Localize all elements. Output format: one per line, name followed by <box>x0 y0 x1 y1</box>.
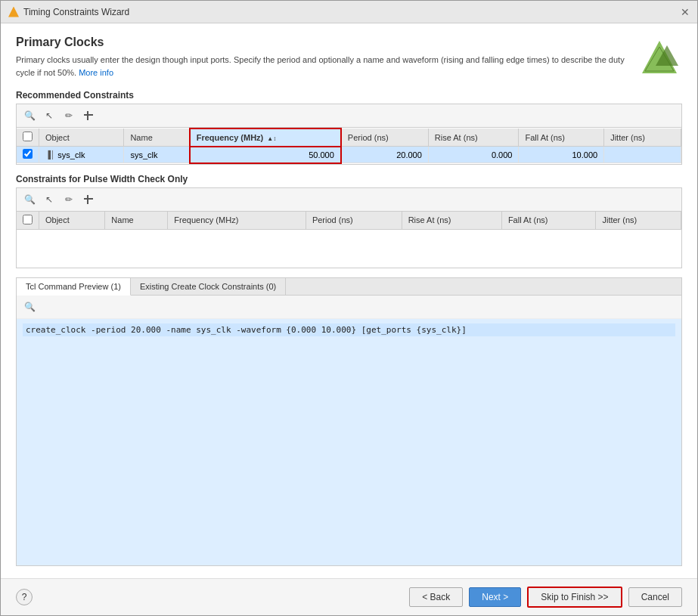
row-name: sys_clk <box>124 147 190 163</box>
cursor-button-pulse[interactable]: ↖ <box>41 191 57 208</box>
tcl-section: Tcl Command Preview (1) Existing Create … <box>16 277 682 567</box>
row-rise: 0.000 <box>428 147 519 163</box>
back-button[interactable]: < Back <box>409 587 463 607</box>
select-all-pulse[interactable] <box>23 215 33 224</box>
recommended-toolbar: 🔍 ↖ ✏ <box>17 104 681 128</box>
add-button-rec[interactable] <box>80 107 97 124</box>
col-jitter-pulse: Jitter (ns) <box>596 212 681 230</box>
footer-bar: ? < Back Next > Skip to Finish >> Cancel <box>1 578 697 615</box>
pulse-table-section: 🔍 ↖ ✏ Object <box>16 187 682 268</box>
tcl-search-button[interactable]: 🔍 <box>21 299 38 315</box>
col-period-rec: Period (ns) <box>341 128 428 147</box>
tcl-command: create_clock -period 20.000 -name sys_cl… <box>23 323 675 336</box>
col-fall-rec: Fall At (ns) <box>519 128 604 147</box>
svg-rect-4 <box>87 111 88 120</box>
tab-tcl-preview[interactable]: Tcl Command Preview (1) <box>17 278 131 296</box>
tcl-toolbar: 🔍 <box>17 296 681 319</box>
row-frequency: 50.000 <box>190 147 341 163</box>
add-button-pulse[interactable] <box>80 191 97 208</box>
obj-name: sys_clk <box>57 150 85 159</box>
search-button-rec[interactable]: 🔍 <box>21 107 38 124</box>
window-title: Timing Constraints Wizard <box>23 7 129 17</box>
edit-button-rec[interactable]: ✏ <box>60 107 77 124</box>
row-jitter <box>604 147 681 163</box>
search-button-pulse[interactable]: 🔍 <box>21 191 38 208</box>
recommended-section: Recommended Constraints 🔍 ↖ ✏ <box>16 90 682 165</box>
row-check[interactable] <box>17 147 39 163</box>
cursor-button-rec[interactable]: ↖ <box>41 107 57 124</box>
header-text: Primary Clocks Primary clocks usually en… <box>16 36 637 79</box>
row-object: ▐│ sys_clk <box>39 147 124 163</box>
table-row: ▐│ sys_clk sys_clk 50.000 20.000 0.000 1… <box>17 147 681 163</box>
col-jitter-rec: Jitter (ns) <box>604 128 681 147</box>
col-rise-pulse: Rise At (ns) <box>402 212 501 230</box>
waveform-icon: ▐│ <box>45 150 55 159</box>
pulse-label: Constraints for Pulse Width Check Only <box>16 174 682 184</box>
row-fall: 10.000 <box>519 147 604 163</box>
pulse-section: Constraints for Pulse Width Check Only 🔍… <box>16 174 682 268</box>
select-all-rec[interactable] <box>23 132 33 141</box>
col-rise-rec: Rise At (ns) <box>428 128 519 147</box>
skip-to-finish-button[interactable]: Skip to Finish >> <box>527 587 622 608</box>
pulse-table: Object Name Frequency (MHz) Period (ns) … <box>17 212 681 230</box>
col-object-pulse: Object <box>39 212 105 230</box>
title-bar-left: Timing Constraints Wizard <box>8 7 129 17</box>
page-description: Primary clocks usually enter the design … <box>16 54 637 79</box>
recommended-table: Object Name Frequency (MHz) ▲↕ Period (n… <box>17 128 681 164</box>
pulse-table-wrap: Object Name Frequency (MHz) Period (ns) … <box>17 212 681 230</box>
tab-existing-constraints[interactable]: Existing Create Clock Constraints (0) <box>131 278 286 295</box>
col-fall-pulse: Fall At (ns) <box>501 212 596 230</box>
pulse-toolbar: 🔍 ↖ ✏ <box>17 188 681 212</box>
recommended-table-wrap: Object Name Frequency (MHz) ▲↕ Period (n… <box>17 128 681 164</box>
footer-left: ? <box>16 589 33 605</box>
cancel-button[interactable]: Cancel <box>628 587 682 607</box>
next-button[interactable]: Next > <box>469 587 521 607</box>
title-bar: Timing Constraints Wizard ✕ <box>1 1 697 23</box>
svg-rect-7 <box>87 195 88 204</box>
col-name-pulse: Name <box>105 212 168 230</box>
col-frequency-pulse: Frequency (MHz) <box>168 212 306 230</box>
pulse-empty-area <box>17 230 681 268</box>
tcl-tabs: Tcl Command Preview (1) Existing Create … <box>17 278 681 296</box>
title-icon <box>8 7 19 17</box>
main-content: Primary Clocks Primary clocks usually en… <box>1 23 697 578</box>
col-check-pulse <box>17 212 39 230</box>
col-check-rec <box>17 128 39 147</box>
row-period: 20.000 <box>341 147 428 163</box>
col-period-pulse: Period (ns) <box>306 212 402 230</box>
obj-icon-cell: ▐│ sys_clk <box>45 150 85 159</box>
col-object-rec: Object <box>39 128 124 147</box>
header-section: Primary Clocks Primary clocks usually en… <box>16 36 682 81</box>
recommended-table-section: 🔍 ↖ ✏ Object <box>16 104 682 165</box>
page-title: Primary Clocks <box>16 36 637 49</box>
logo-icon <box>641 39 678 77</box>
edit-button-pulse[interactable]: ✏ <box>60 191 77 208</box>
more-info-link[interactable]: More info <box>79 68 113 77</box>
main-window: Timing Constraints Wizard ✕ Primary Cloc… <box>0 0 698 616</box>
col-name-rec: Name <box>124 128 190 147</box>
footer-right: < Back Next > Skip to Finish >> Cancel <box>409 587 682 608</box>
help-button[interactable]: ? <box>16 589 33 605</box>
close-button[interactable]: ✕ <box>681 6 690 18</box>
logo-area <box>637 36 682 81</box>
recommended-label: Recommended Constraints <box>16 90 682 101</box>
col-frequency-rec: Frequency (MHz) ▲↕ <box>190 128 341 147</box>
tcl-content: create_clock -period 20.000 -name sys_cl… <box>17 319 681 566</box>
row-checkbox[interactable] <box>23 149 33 159</box>
